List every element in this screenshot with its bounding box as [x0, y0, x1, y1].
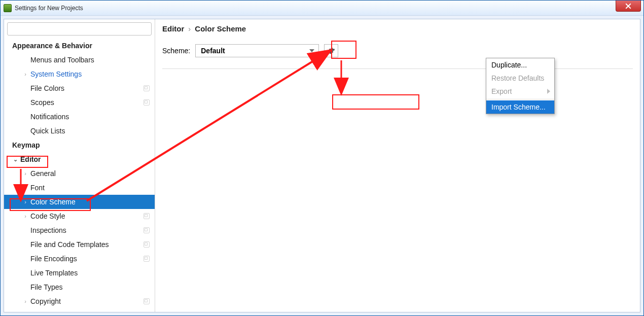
sidebar-item-live-templates[interactable]: Live Templates [4, 266, 155, 280]
scheme-actions-gear-button[interactable] [324, 44, 338, 57]
sidebar-item-file-encodings[interactable]: File Encodings [4, 252, 155, 266]
chevron-right-icon: › [22, 199, 28, 205]
chevron-right-icon: › [22, 213, 28, 219]
sidebar: Appearance & Behavior Menus and Toolbars… [4, 19, 155, 312]
sidebar-item-system-settings[interactable]: ›System Settings [4, 67, 155, 81]
sidebar-item-label: Scopes [30, 98, 54, 107]
menu-item-export: Export [486, 85, 554, 98]
menu-item-import-scheme[interactable]: Import Scheme... [486, 100, 554, 114]
settings-window: Settings for New Projects Appearance & B… [0, 0, 644, 316]
sidebar-item-inspections[interactable]: Inspections [4, 223, 155, 237]
sidebar-item-scopes[interactable]: Scopes [4, 95, 155, 110]
menu-item-label: Restore Defaults [491, 74, 544, 82]
sidebar-item-notifications[interactable]: Notifications [4, 110, 155, 124]
scheme-row: Scheme: Default [162, 44, 633, 57]
sidebar-item-appearance-behavior[interactable]: Appearance & Behavior [4, 39, 155, 53]
search-input[interactable] [7, 22, 152, 36]
scheme-actions-menu: Duplicate... Restore Defaults Export Imp… [486, 58, 555, 114]
sidebar-item-editor[interactable]: ⌄Editor [4, 152, 155, 166]
sidebar-item-file-code-templates[interactable]: File and Code Templates [4, 237, 155, 252]
divider [162, 68, 633, 69]
sidebar-item-label: Appearance & Behavior [12, 42, 92, 50]
titlebar: Settings for New Projects [1, 1, 643, 16]
breadcrumb-editor[interactable]: Editor [162, 24, 184, 33]
gear-icon [327, 47, 335, 55]
sidebar-item-color-scheme[interactable]: ›Color Scheme [4, 195, 155, 209]
project-config-icon [144, 85, 150, 91]
scheme-dropdown[interactable]: Default [195, 44, 319, 57]
scheme-value: Default [201, 47, 225, 55]
breadcrumb-separator: › [188, 24, 191, 33]
window-buttons [616, 1, 643, 15]
app-icon [4, 4, 12, 12]
search-row [4, 19, 155, 39]
sidebar-item-label: Menus and Toolbars [30, 56, 94, 64]
breadcrumb: Editor › Color Scheme [162, 24, 633, 33]
sidebar-item-label: System Settings [30, 70, 82, 78]
main-panel: Editor › Color Scheme Scheme: Default Du… [155, 19, 640, 312]
search-wrap [7, 22, 152, 36]
sidebar-item-label: Live Templates [30, 269, 78, 277]
menu-item-label: Export [491, 87, 512, 95]
submenu-arrow-icon [547, 89, 550, 94]
menu-separator [486, 99, 554, 99]
project-config-icon [144, 99, 150, 106]
menu-item-label: Duplicate... [491, 61, 527, 69]
breadcrumb-color-scheme: Color Scheme [195, 24, 246, 33]
sidebar-item-label: Font [30, 184, 45, 192]
scheme-label: Scheme: [162, 47, 190, 55]
sidebar-item-label: Notifications [30, 113, 69, 121]
sidebar-item-menus-toolbars[interactable]: Menus and Toolbars [4, 53, 155, 67]
menu-item-label: Import Scheme... [491, 103, 546, 111]
sidebar-item-label: Color Scheme [30, 198, 76, 206]
sidebar-item-label: Copyright [30, 297, 61, 305]
menu-item-restore-defaults: Restore Defaults [486, 72, 554, 85]
sidebar-item-label: Keymap [12, 141, 40, 149]
sidebar-item-label: Editor [20, 155, 41, 163]
project-config-icon [144, 213, 150, 219]
chevron-down-icon: ⌄ [12, 156, 18, 163]
sidebar-item-label: Code Style [30, 212, 65, 220]
sidebar-item-general[interactable]: ›General [4, 166, 155, 181]
chevron-right-icon: › [22, 71, 28, 77]
project-config-icon [144, 227, 150, 233]
sidebar-item-label: File Types [30, 283, 63, 291]
project-config-icon [144, 241, 150, 248]
sidebar-item-file-types[interactable]: File Types [4, 280, 155, 294]
sidebar-item-label: General [30, 169, 56, 178]
project-config-icon [144, 298, 150, 304]
sidebar-item-file-colors[interactable]: File Colors [4, 81, 155, 95]
sidebar-item-label: File Colors [30, 84, 64, 92]
sidebar-item-copyright[interactable]: ›Copyright [4, 294, 155, 308]
window-title: Settings for New Projects [15, 5, 83, 12]
sidebar-item-label: Quick Lists [30, 127, 65, 135]
settings-tree: Appearance & Behavior Menus and Toolbars… [4, 39, 155, 312]
sidebar-item-font[interactable]: Font [4, 181, 155, 195]
menu-item-duplicate[interactable]: Duplicate... [486, 58, 554, 72]
project-config-icon [144, 256, 150, 262]
sidebar-item-label: File Encodings [30, 255, 77, 263]
chevron-right-icon: › [22, 170, 28, 177]
close-icon [625, 3, 631, 9]
sidebar-item-quick-lists[interactable]: Quick Lists [4, 124, 155, 138]
sidebar-item-label: File and Code Templates [30, 240, 109, 249]
sidebar-item-code-style[interactable]: ›Code Style [4, 209, 155, 223]
body: Appearance & Behavior Menus and Toolbars… [4, 19, 640, 312]
window-close-button[interactable] [616, 1, 641, 12]
sidebar-item-keymap[interactable]: Keymap [4, 138, 155, 152]
chevron-right-icon: › [22, 298, 28, 304]
sidebar-item-label: Inspections [30, 226, 66, 234]
